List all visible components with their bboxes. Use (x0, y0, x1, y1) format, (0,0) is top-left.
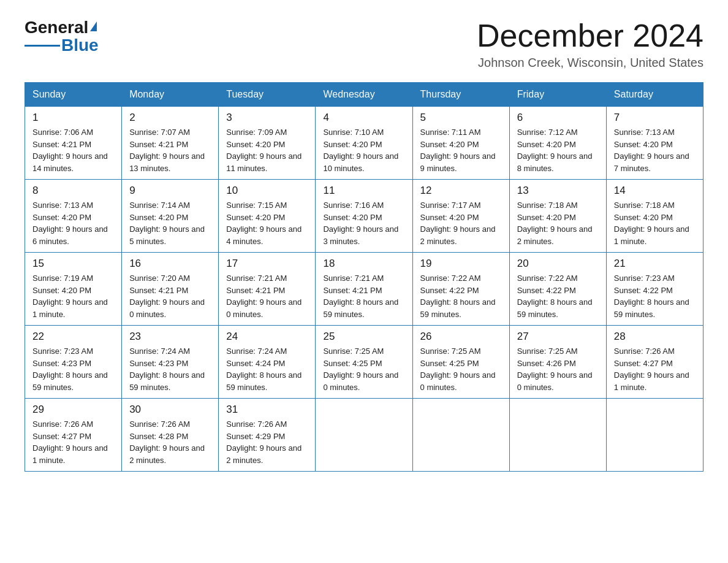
calendar-week-row: 29 Sunrise: 7:26 AM Sunset: 4:27 PM Dayl… (25, 399, 703, 472)
day-number: 18 (323, 258, 404, 270)
table-row (412, 399, 509, 472)
day-number: 30 (129, 404, 211, 416)
calendar-week-row: 22 Sunrise: 7:23 AM Sunset: 4:23 PM Dayl… (25, 326, 703, 399)
day-info: Sunrise: 7:07 AM Sunset: 4:21 PM Dayligh… (129, 126, 211, 174)
table-row: 3 Sunrise: 7:09 AM Sunset: 4:20 PM Dayli… (219, 107, 316, 180)
day-number: 16 (129, 258, 211, 270)
table-row: 15 Sunrise: 7:19 AM Sunset: 4:20 PM Dayl… (25, 253, 122, 326)
day-info: Sunrise: 7:19 AM Sunset: 4:20 PM Dayligh… (32, 272, 114, 320)
table-row: 12 Sunrise: 7:17 AM Sunset: 4:20 PM Dayl… (412, 180, 509, 253)
table-row (316, 399, 412, 472)
table-row: 16 Sunrise: 7:20 AM Sunset: 4:21 PM Dayl… (122, 253, 219, 326)
calendar-week-row: 1 Sunrise: 7:06 AM Sunset: 4:21 PM Dayli… (25, 107, 703, 180)
title-block: December 2024 Johnson Creek, Wisconsin, … (477, 18, 703, 70)
day-number: 28 (614, 331, 696, 343)
table-row: 9 Sunrise: 7:14 AM Sunset: 4:20 PM Dayli… (122, 180, 219, 253)
logo-blue: Blue (61, 36, 99, 55)
day-info: Sunrise: 7:25 AM Sunset: 4:25 PM Dayligh… (323, 345, 404, 393)
table-row: 10 Sunrise: 7:15 AM Sunset: 4:20 PM Dayl… (219, 180, 316, 253)
table-row: 2 Sunrise: 7:07 AM Sunset: 4:21 PM Dayli… (122, 107, 219, 180)
col-wednesday: Wednesday (316, 83, 412, 107)
col-friday: Friday (509, 83, 606, 107)
day-number: 3 (226, 112, 308, 124)
day-number: 9 (129, 185, 211, 197)
day-number: 31 (226, 404, 308, 416)
day-number: 5 (420, 112, 502, 124)
day-info: Sunrise: 7:25 AM Sunset: 4:26 PM Dayligh… (517, 345, 599, 393)
day-info: Sunrise: 7:21 AM Sunset: 4:21 PM Dayligh… (226, 272, 308, 320)
table-row: 5 Sunrise: 7:11 AM Sunset: 4:20 PM Dayli… (412, 107, 509, 180)
day-number: 13 (517, 185, 599, 197)
logo-general: General (25, 18, 88, 37)
col-saturday: Saturday (606, 83, 703, 107)
table-row: 29 Sunrise: 7:26 AM Sunset: 4:27 PM Dayl… (25, 399, 122, 472)
logo: General Blue (25, 18, 99, 55)
page-header: General Blue December 2024 Johnson Creek… (25, 18, 703, 70)
table-row: 17 Sunrise: 7:21 AM Sunset: 4:21 PM Dayl… (219, 253, 316, 326)
day-info: Sunrise: 7:24 AM Sunset: 4:24 PM Dayligh… (226, 345, 308, 393)
day-number: 4 (323, 112, 404, 124)
day-number: 22 (32, 331, 114, 343)
table-row: 25 Sunrise: 7:25 AM Sunset: 4:25 PM Dayl… (316, 326, 412, 399)
table-row (509, 399, 606, 472)
month-title: December 2024 (477, 18, 703, 53)
table-row: 21 Sunrise: 7:23 AM Sunset: 4:22 PM Dayl… (606, 253, 703, 326)
day-number: 25 (323, 331, 404, 343)
table-row: 18 Sunrise: 7:21 AM Sunset: 4:21 PM Dayl… (316, 253, 412, 326)
day-info: Sunrise: 7:06 AM Sunset: 4:21 PM Dayligh… (32, 126, 114, 174)
day-number: 26 (420, 331, 502, 343)
day-info: Sunrise: 7:25 AM Sunset: 4:25 PM Dayligh… (420, 345, 502, 393)
day-number: 29 (32, 404, 114, 416)
col-thursday: Thursday (412, 83, 509, 107)
day-info: Sunrise: 7:26 AM Sunset: 4:29 PM Dayligh… (226, 418, 308, 466)
day-info: Sunrise: 7:10 AM Sunset: 4:20 PM Dayligh… (323, 126, 404, 174)
table-row: 23 Sunrise: 7:24 AM Sunset: 4:23 PM Dayl… (122, 326, 219, 399)
day-number: 27 (517, 331, 599, 343)
table-row: 19 Sunrise: 7:22 AM Sunset: 4:22 PM Dayl… (412, 253, 509, 326)
day-number: 2 (129, 112, 211, 124)
table-row: 20 Sunrise: 7:22 AM Sunset: 4:22 PM Dayl… (509, 253, 606, 326)
table-row: 6 Sunrise: 7:12 AM Sunset: 4:20 PM Dayli… (509, 107, 606, 180)
day-number: 14 (614, 185, 696, 197)
location: Johnson Creek, Wisconsin, United States (477, 56, 703, 70)
day-info: Sunrise: 7:24 AM Sunset: 4:23 PM Dayligh… (129, 345, 211, 393)
day-number: 23 (129, 331, 211, 343)
calendar-week-row: 15 Sunrise: 7:19 AM Sunset: 4:20 PM Dayl… (25, 253, 703, 326)
day-info: Sunrise: 7:26 AM Sunset: 4:28 PM Dayligh… (129, 418, 211, 466)
calendar-week-row: 8 Sunrise: 7:13 AM Sunset: 4:20 PM Dayli… (25, 180, 703, 253)
day-number: 24 (226, 331, 308, 343)
day-info: Sunrise: 7:17 AM Sunset: 4:20 PM Dayligh… (420, 199, 502, 247)
day-info: Sunrise: 7:23 AM Sunset: 4:23 PM Dayligh… (32, 345, 114, 393)
table-row: 4 Sunrise: 7:10 AM Sunset: 4:20 PM Dayli… (316, 107, 412, 180)
day-info: Sunrise: 7:26 AM Sunset: 4:27 PM Dayligh… (614, 345, 696, 393)
day-number: 10 (226, 185, 308, 197)
day-number: 12 (420, 185, 502, 197)
day-number: 8 (32, 185, 114, 197)
table-row: 22 Sunrise: 7:23 AM Sunset: 4:23 PM Dayl… (25, 326, 122, 399)
col-sunday: Sunday (25, 83, 122, 107)
day-info: Sunrise: 7:18 AM Sunset: 4:20 PM Dayligh… (614, 199, 696, 247)
day-info: Sunrise: 7:16 AM Sunset: 4:20 PM Dayligh… (323, 199, 404, 247)
table-row: 1 Sunrise: 7:06 AM Sunset: 4:21 PM Dayli… (25, 107, 122, 180)
table-row: 11 Sunrise: 7:16 AM Sunset: 4:20 PM Dayl… (316, 180, 412, 253)
table-row: 7 Sunrise: 7:13 AM Sunset: 4:20 PM Dayli… (606, 107, 703, 180)
table-row (606, 399, 703, 472)
col-tuesday: Tuesday (219, 83, 316, 107)
table-row: 8 Sunrise: 7:13 AM Sunset: 4:20 PM Dayli… (25, 180, 122, 253)
day-number: 15 (32, 258, 114, 270)
table-row: 14 Sunrise: 7:18 AM Sunset: 4:20 PM Dayl… (606, 180, 703, 253)
calendar-header-row: Sunday Monday Tuesday Wednesday Thursday… (25, 83, 703, 107)
day-info: Sunrise: 7:26 AM Sunset: 4:27 PM Dayligh… (32, 418, 114, 466)
day-info: Sunrise: 7:23 AM Sunset: 4:22 PM Dayligh… (614, 272, 696, 320)
table-row: 28 Sunrise: 7:26 AM Sunset: 4:27 PM Dayl… (606, 326, 703, 399)
day-number: 17 (226, 258, 308, 270)
day-info: Sunrise: 7:18 AM Sunset: 4:20 PM Dayligh… (517, 199, 599, 247)
table-row: 13 Sunrise: 7:18 AM Sunset: 4:20 PM Dayl… (509, 180, 606, 253)
table-row: 30 Sunrise: 7:26 AM Sunset: 4:28 PM Dayl… (122, 399, 219, 472)
day-number: 21 (614, 258, 696, 270)
day-info: Sunrise: 7:22 AM Sunset: 4:22 PM Dayligh… (420, 272, 502, 320)
day-info: Sunrise: 7:13 AM Sunset: 4:20 PM Dayligh… (614, 126, 696, 174)
day-info: Sunrise: 7:21 AM Sunset: 4:21 PM Dayligh… (323, 272, 404, 320)
day-number: 19 (420, 258, 502, 270)
day-number: 6 (517, 112, 599, 124)
